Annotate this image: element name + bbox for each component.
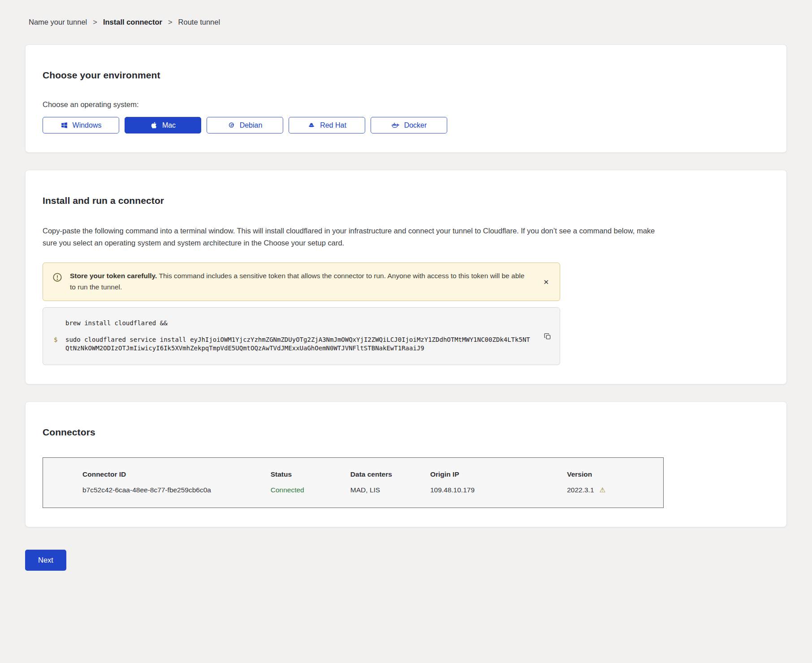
- connectors-card: Connectors Connector ID Status Data cent…: [25, 401, 787, 527]
- command-text: sudo cloudflared service install: [65, 336, 186, 343]
- docker-icon: [391, 121, 400, 129]
- column-header-version: Version: [567, 470, 652, 478]
- code-line-install-command: sudo cloudflared service install eyJhIjo…: [65, 336, 532, 353]
- os-button-windows[interactable]: Windows: [43, 117, 119, 133]
- breadcrumb-step-route-tunnel[interactable]: Route tunnel: [178, 18, 220, 26]
- os-select-label: Choose an operating system:: [43, 100, 769, 109]
- windows-icon: [60, 121, 68, 129]
- environment-card: Choose your environment Choose an operat…: [25, 44, 787, 153]
- breadcrumb-step-name-tunnel[interactable]: Name your tunnel: [29, 18, 87, 26]
- os-button-group: Windows Mac Debian Red Hat: [43, 117, 769, 133]
- next-button[interactable]: Next: [25, 550, 66, 571]
- token-warning-bold: Store your token carefully.: [70, 272, 157, 280]
- code-line: brew install cloudflared &&: [54, 319, 532, 327]
- token-warning-banner: Store your token carefully. This command…: [43, 263, 560, 301]
- connector-origin-ip-value: 109.48.10.179: [430, 486, 567, 494]
- connector-version-cell: 2022.3.1 ⚠: [567, 486, 652, 494]
- install-description: Copy-paste the following command into a …: [43, 225, 665, 249]
- breadcrumb-separator: >: [93, 18, 97, 26]
- connector-version-value: 2022.3.1: [567, 486, 594, 494]
- apple-icon: [150, 121, 158, 129]
- close-icon[interactable]: ✕: [540, 277, 552, 287]
- connector-data-centers-value: MAD, LIS: [350, 486, 430, 494]
- copy-icon[interactable]: [542, 331, 553, 342]
- install-command-code-block: brew install cloudflared && $ sudo cloud…: [43, 307, 560, 365]
- code-line-brew: brew install cloudflared &&: [65, 319, 532, 327]
- token-warning-text: Store your token carefully. This command…: [70, 271, 525, 293]
- environment-card-title: Choose your environment: [43, 70, 769, 81]
- breadcrumb: Name your tunnel > Install connector > R…: [0, 0, 812, 44]
- os-button-mac[interactable]: Mac: [125, 117, 201, 133]
- redhat-icon: [307, 121, 315, 129]
- os-button-label: Windows: [73, 121, 102, 129]
- os-button-debian[interactable]: Debian: [207, 117, 283, 133]
- version-warning-icon: ⚠: [600, 486, 605, 494]
- os-button-redhat[interactable]: Red Hat: [289, 117, 365, 133]
- os-button-label: Docker: [404, 121, 427, 129]
- os-button-label: Mac: [162, 121, 176, 129]
- column-header-status: Status: [271, 470, 350, 478]
- code-line: $ sudo cloudflared service install eyJhI…: [54, 336, 532, 353]
- connectors-card-title: Connectors: [43, 427, 769, 438]
- column-header-data-centers: Data centers: [350, 470, 430, 478]
- debian-icon: [228, 121, 235, 129]
- alert-circle-icon: [52, 272, 62, 282]
- install-card-title: Install and run a connector: [43, 195, 769, 206]
- connectors-table: Connector ID Status Data centers Origin …: [43, 457, 664, 508]
- column-header-origin-ip: Origin IP: [430, 470, 567, 478]
- os-button-docker[interactable]: Docker: [371, 117, 447, 133]
- code-gutter: [54, 319, 65, 327]
- os-button-label: Red Hat: [320, 121, 346, 129]
- connector-id-value: b7c52c42-6caa-48ee-8c77-fbe259cb6c0a: [82, 486, 271, 494]
- breadcrumb-separator: >: [168, 18, 173, 26]
- install-card: Install and run a connector Copy-paste t…: [25, 170, 787, 384]
- column-header-connector-id: Connector ID: [82, 470, 271, 478]
- shell-prompt: $: [54, 336, 65, 353]
- connector-status-value: Connected: [271, 486, 350, 494]
- tunnel-setup-page: Name your tunnel > Install connector > R…: [0, 0, 812, 663]
- breadcrumb-step-install-connector[interactable]: Install connector: [103, 18, 162, 26]
- os-button-label: Debian: [240, 121, 263, 129]
